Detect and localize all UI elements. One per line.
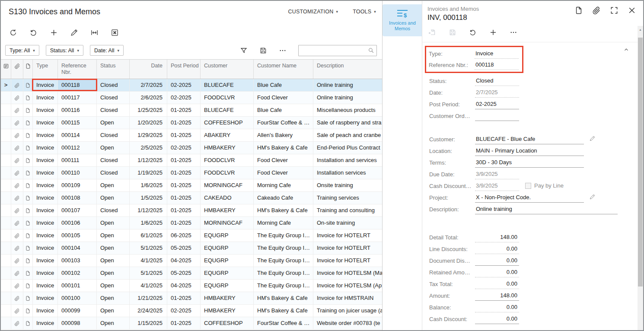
row-attachment-button[interactable]: [11, 217, 23, 229]
field-value[interactable]: BLUECAFE - Blue Cafe: [475, 136, 584, 144]
table-row[interactable]: > Invoice 000100 Open 1/21/2025 01-2025 …: [1, 292, 382, 305]
table-row[interactable]: > Invoice 000111 Closed 1/12/2025 01-202…: [1, 154, 382, 167]
table-row[interactable]: > Invoice 000099 Open 2/24/2025 02-2025 …: [1, 305, 382, 317]
field-value[interactable]: [475, 113, 519, 121]
row-file-button[interactable]: [23, 292, 33, 304]
field-value[interactable]: 148.00: [475, 234, 519, 242]
refresh-button[interactable]: [9, 28, 17, 37]
filter-pill-status[interactable]: Status: All▾: [46, 45, 83, 56]
row-file-button[interactable]: [23, 255, 33, 267]
close-panel-button[interactable]: [628, 6, 636, 15]
save-and-close-button[interactable]: [428, 29, 436, 36]
column-header-date[interactable]: Date: [130, 60, 167, 79]
field-value[interactable]: 148.00: [475, 292, 519, 301]
row-attachment-button[interactable]: [11, 229, 23, 242]
field-value[interactable]: X - Non-Project Code.: [475, 194, 584, 203]
edit-pencil-icon[interactable]: [589, 194, 596, 200]
fit-width-button[interactable]: [90, 28, 99, 37]
field-value[interactable]: 0.00: [475, 257, 519, 266]
attachments-button[interactable]: [592, 6, 601, 15]
table-row[interactable]: > Invoice 000106 Open 1/6/2025 01-2025 M…: [1, 217, 382, 229]
row-attachment-button[interactable]: [11, 204, 23, 216]
row-file-button[interactable]: [23, 104, 33, 116]
row-file-button[interactable]: [23, 179, 33, 191]
table-row[interactable]: > Invoice 000116 Closed 1/25/2025 01-202…: [1, 104, 382, 117]
row-attachment-button[interactable]: [11, 104, 23, 116]
filter-pill-date[interactable]: Date: All▾: [90, 45, 124, 56]
field-value[interactable]: 0.00: [475, 245, 519, 254]
table-row[interactable]: > Invoice 000117 Closed 2/6/2025 02-2025…: [1, 92, 382, 104]
files-column-header[interactable]: [23, 60, 33, 79]
field-value[interactable]: 0.00: [475, 280, 519, 289]
edit-record-button[interactable]: [70, 28, 78, 37]
table-row[interactable]: > Invoice 000115 Open 1/20/2025 01-2025 …: [1, 117, 382, 129]
column-header-type[interactable]: Type: [33, 60, 58, 79]
filter-settings-button[interactable]: [240, 47, 248, 54]
table-row[interactable]: > Invoice 000105 Open 6/1/2025 06-2025 E…: [1, 229, 382, 242]
row-attachment-button[interactable]: [11, 305, 23, 317]
edit-pencil-icon[interactable]: [589, 135, 596, 142]
field-value[interactable]: 3/9/2025: [475, 171, 519, 179]
row-attachment-button[interactable]: [11, 117, 23, 129]
row-file-button[interactable]: [23, 204, 33, 216]
column-header-customer-name[interactable]: Customer Name: [254, 60, 313, 79]
row-attachment-button[interactable]: [11, 167, 23, 179]
filter-pill-type[interactable]: Type: All▾: [5, 45, 39, 56]
row-attachment-button[interactable]: [11, 154, 23, 166]
field-value[interactable]: 0.00: [475, 304, 519, 312]
panel-cancel-button[interactable]: [469, 29, 477, 36]
field-value[interactable]: 30D - 30 Days: [475, 159, 584, 168]
row-file-button[interactable]: [23, 280, 33, 292]
pay-by-line-checkbox[interactable]: [525, 183, 531, 189]
field-value[interactable]: 000118: [475, 61, 519, 70]
row-file-button[interactable]: [23, 167, 33, 179]
row-attachment-button[interactable]: [11, 92, 23, 104]
expand-panel-button[interactable]: [610, 6, 618, 15]
column-header-reference-nbr[interactable]: Reference Nbr.: [58, 60, 97, 79]
row-attachment-button[interactable]: [11, 192, 23, 204]
grid-more-options-button[interactable]: [279, 47, 287, 54]
table-row[interactable]: > Invoice 000098 Open 1/15/2025 01-2025 …: [1, 317, 382, 330]
table-row[interactable]: > Invoice 000108 Open 1/5/2025 01-2025 C…: [1, 192, 382, 204]
field-value[interactable]: MAIN - Primary Location: [475, 147, 584, 156]
attachments-column-header[interactable]: [11, 60, 23, 79]
table-row[interactable]: > Invoice 000109 Open 1/6/2025 01-2025 M…: [1, 179, 382, 192]
table-row[interactable]: > Invoice 000103 Open 4/1/2025 04-2025 E…: [1, 255, 382, 267]
field-value[interactable]: 0.00: [475, 315, 519, 324]
table-row[interactable]: > Invoice 000101 Open 4/1/2025 04-2025 E…: [1, 280, 382, 292]
row-attachment-button[interactable]: [11, 292, 23, 304]
row-attachment-button[interactable]: [11, 255, 23, 267]
row-attachment-button[interactable]: [11, 280, 23, 292]
search-input[interactable]: [298, 45, 377, 56]
row-file-button[interactable]: [23, 117, 33, 129]
save-view-button[interactable]: [259, 47, 267, 54]
table-row[interactable]: > Invoice 000112 Open 2/5/2025 02-2025 H…: [1, 142, 382, 154]
search-icon[interactable]: [368, 47, 374, 54]
row-attachment-button[interactable]: [11, 129, 23, 141]
row-attachment-button[interactable]: [11, 242, 23, 254]
row-file-button[interactable]: [23, 217, 33, 229]
field-value[interactable]: 2/7/2025: [475, 89, 519, 98]
collapse-section-button[interactable]: [623, 47, 629, 53]
customization-menu[interactable]: CUSTOMIZATION▾: [288, 9, 338, 15]
panel-add-button[interactable]: [489, 29, 497, 36]
save-button[interactable]: [449, 29, 456, 36]
column-header-status[interactable]: Status: [97, 60, 130, 79]
row-file-button[interactable]: [23, 154, 33, 166]
tools-menu[interactable]: TOOLS▾: [353, 9, 376, 15]
row-file-button[interactable]: [23, 267, 33, 279]
field-value[interactable]: Online training: [475, 206, 618, 214]
table-row[interactable]: > Invoice 000110 Closed 1/19/2025 01-202…: [1, 167, 382, 179]
row-attachment-button[interactable]: [11, 142, 23, 154]
table-row[interactable]: > Invoice 000104 Open 5/1/2025 05-2025 E…: [1, 242, 382, 255]
row-attachment-button[interactable]: [11, 179, 23, 191]
export-excel-button[interactable]: [110, 28, 119, 37]
row-file-button[interactable]: [23, 92, 33, 104]
table-row[interactable]: > Invoice 000107 Closed 1/12/2025 01-202…: [1, 204, 382, 217]
row-attachment-button[interactable]: [11, 317, 23, 329]
add-record-button[interactable]: [49, 28, 58, 37]
side-panel-tab-invoices-and-memos[interactable]: Invoices and Memos: [383, 4, 422, 36]
panel-more-options-button[interactable]: [510, 29, 517, 36]
field-value[interactable]: 0.00: [475, 269, 519, 277]
row-file-button[interactable]: [23, 79, 33, 91]
